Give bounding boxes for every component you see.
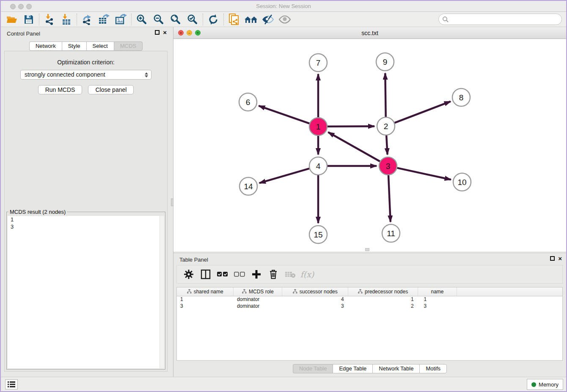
table-cell[interactable]: 1 bbox=[177, 296, 234, 303]
import-network-button[interactable] bbox=[41, 13, 58, 26]
close-panel-button[interactable]: Close panel bbox=[88, 85, 134, 94]
table-cell[interactable]: 2 bbox=[348, 303, 418, 309]
graph-edge-1-6[interactable] bbox=[259, 106, 309, 124]
graph-edge-3-10[interactable] bbox=[397, 168, 451, 180]
tab-edge-table[interactable]: Edge Table bbox=[333, 364, 372, 373]
titlebar: Session: New Session bbox=[1, 1, 566, 12]
table-cell-filler bbox=[457, 303, 562, 309]
run-mcds-button[interactable]: Run MCDS bbox=[38, 85, 83, 94]
graph-edge-3-11[interactable] bbox=[388, 175, 391, 222]
eye-disabled-button[interactable] bbox=[276, 13, 293, 26]
delete-table-button[interactable] bbox=[283, 267, 298, 282]
table-row[interactable]: 1dominator411 bbox=[177, 296, 562, 303]
open-file-button[interactable] bbox=[3, 13, 20, 26]
graph-node-3[interactable]: 3 bbox=[379, 157, 397, 175]
graph-node-7[interactable]: 7 bbox=[309, 54, 327, 72]
column-label: successor nodes bbox=[300, 289, 338, 295]
search-field[interactable] bbox=[438, 14, 562, 25]
delete-column-button[interactable] bbox=[266, 267, 281, 282]
tab-select[interactable]: Select bbox=[86, 41, 114, 51]
export-network-icon bbox=[82, 14, 93, 25]
table-cell[interactable]: 4 bbox=[282, 296, 348, 303]
zoom-out-button[interactable] bbox=[150, 13, 167, 26]
float-panel-icon[interactable] bbox=[550, 256, 555, 261]
table-cell[interactable]: dominator bbox=[234, 303, 282, 309]
tab-network[interactable]: Network bbox=[29, 41, 62, 51]
copy-network-button[interactable] bbox=[226, 13, 242, 26]
column-header-predecessor-nodes[interactable]: predecessor nodes bbox=[348, 287, 418, 296]
mcds-result-item[interactable]: 3 bbox=[8, 223, 164, 230]
task-history-button[interactable] bbox=[5, 379, 18, 389]
import-network-icon bbox=[44, 14, 55, 25]
table-cell[interactable]: 3 bbox=[418, 303, 457, 309]
close-panel-icon[interactable]: × bbox=[163, 30, 167, 35]
mcds-result-list[interactable]: 13 bbox=[8, 216, 164, 368]
memory-button[interactable]: Memory bbox=[527, 379, 563, 390]
table-cell[interactable]: 3 bbox=[282, 303, 348, 309]
export-network-button[interactable] bbox=[79, 13, 96, 26]
save-session-button[interactable] bbox=[20, 13, 37, 26]
column-header-MCDS-role[interactable]: MCDS role bbox=[234, 287, 282, 296]
apply-function-button[interactable]: f(x) bbox=[300, 267, 315, 282]
home-layout-button[interactable] bbox=[242, 13, 259, 26]
tab-motifs[interactable]: Motifs bbox=[419, 364, 447, 373]
close-panel-icon[interactable]: × bbox=[558, 256, 562, 261]
refresh-button[interactable] bbox=[205, 13, 222, 26]
float-panel-icon[interactable] bbox=[155, 30, 160, 35]
tab-network-table[interactable]: Network Table bbox=[372, 364, 419, 373]
toolbar-separator bbox=[223, 14, 224, 25]
show-hide-button[interactable] bbox=[259, 13, 276, 26]
tab-node-table[interactable]: Node Table bbox=[293, 364, 333, 373]
table-options-button[interactable] bbox=[181, 267, 196, 282]
unchecked-checkboxes-icon bbox=[234, 272, 245, 277]
table-cell[interactable]: 1 bbox=[348, 296, 418, 303]
graph-edge-3-1[interactable] bbox=[328, 132, 380, 161]
import-table-button[interactable] bbox=[58, 13, 75, 26]
add-column-button[interactable] bbox=[249, 267, 264, 282]
graph-node-11[interactable]: 11 bbox=[382, 224, 400, 242]
zoom-fit-button[interactable] bbox=[167, 13, 184, 26]
graph-node-9[interactable]: 9 bbox=[376, 53, 394, 71]
column-visibility-button[interactable] bbox=[198, 267, 213, 282]
graph-edge-1-2[interactable] bbox=[328, 126, 374, 127]
export-table-icon bbox=[98, 14, 110, 25]
column-header-name[interactable]: name bbox=[418, 287, 457, 296]
tab-style[interactable]: Style bbox=[62, 41, 86, 51]
table-cell[interactable]: 3 bbox=[177, 303, 234, 309]
graph-edge-2-9[interactable] bbox=[385, 73, 385, 117]
export-image-icon bbox=[115, 14, 127, 25]
graph-node-10[interactable]: 10 bbox=[453, 173, 471, 191]
graph-node-6[interactable]: 6 bbox=[239, 93, 257, 111]
column-header-shared-name[interactable]: shared name bbox=[177, 287, 234, 296]
table-row[interactable]: 3dominator323 bbox=[177, 303, 562, 309]
sort-hierarchy-icon bbox=[358, 289, 363, 294]
mcds-result-item[interactable]: 1 bbox=[8, 216, 164, 223]
graph-node-14[interactable]: 14 bbox=[239, 177, 257, 195]
list-icon bbox=[8, 381, 15, 387]
table-cell[interactable]: dominator bbox=[234, 296, 282, 303]
table-cell[interactable]: 1 bbox=[418, 296, 457, 303]
select-all-rows-button[interactable] bbox=[215, 267, 230, 282]
graph-edge-2-3[interactable] bbox=[386, 135, 387, 155]
graph-node-1[interactable]: 1 bbox=[309, 118, 327, 135]
column-header-successor-nodes[interactable]: successor nodes bbox=[282, 287, 348, 296]
control-panel: Control Panel × Network Style Select MCD… bbox=[1, 27, 171, 377]
graph-node-8[interactable]: 8 bbox=[452, 88, 470, 106]
network-canvas[interactable]: 1234678910111415 bbox=[173, 39, 566, 251]
export-image-button[interactable] bbox=[113, 13, 129, 26]
zoom-selected-button[interactable] bbox=[184, 13, 201, 26]
graph-edge-4-14[interactable] bbox=[259, 168, 309, 183]
graph-node-15[interactable]: 15 bbox=[309, 226, 327, 243]
sort-hierarchy-icon bbox=[293, 289, 297, 294]
optimization-criterion-select[interactable]: strongly connected component bbox=[20, 70, 151, 80]
result-scrollbar[interactable] bbox=[160, 216, 164, 368]
deselect-all-rows-button[interactable] bbox=[232, 267, 247, 282]
tab-mcds[interactable]: MCDS bbox=[114, 41, 143, 51]
graph-node-4[interactable]: 4 bbox=[309, 157, 327, 175]
toolbar-separator bbox=[131, 14, 132, 25]
canvas-scroll-grip[interactable] bbox=[365, 248, 369, 251]
graph-edge-2-8[interactable] bbox=[395, 102, 451, 123]
export-table-button[interactable] bbox=[96, 13, 113, 26]
graph-node-2[interactable]: 2 bbox=[377, 117, 395, 135]
zoom-in-button[interactable] bbox=[133, 13, 150, 26]
